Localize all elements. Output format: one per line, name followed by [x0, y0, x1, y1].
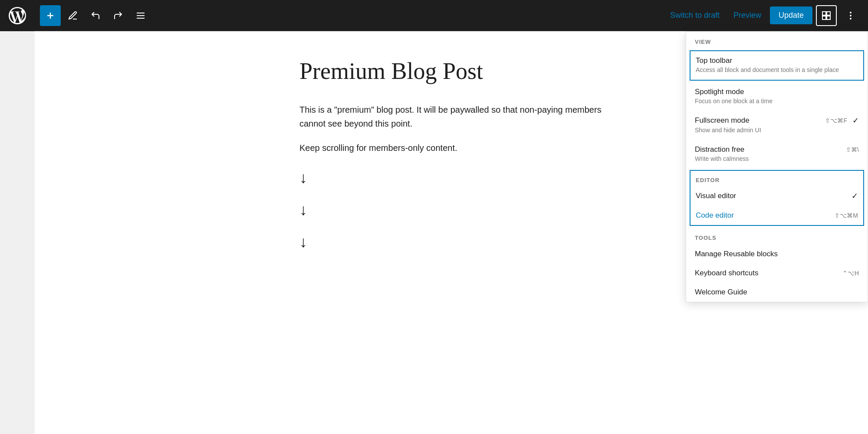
editor-section-label: EDITOR — [690, 171, 863, 186]
svg-rect-8 — [822, 16, 826, 20]
tools-section-label: TOOLS — [686, 228, 868, 245]
svg-rect-9 — [827, 16, 830, 20]
switch-to-draft-button[interactable]: Switch to draft — [665, 7, 725, 23]
body-paragraph-2[interactable]: Keep scrolling for members-only content. — [299, 141, 603, 155]
top-toolbar-desc: Access all block and document tools in a… — [696, 66, 858, 75]
svg-point-12 — [850, 18, 852, 20]
keyboard-shortcuts-title: Keyboard shortcuts ⌃⌥H — [695, 269, 859, 277]
redo-button[interactable] — [108, 5, 128, 26]
top-toolbar: Switch to draft Preview Update — [0, 0, 868, 31]
toolbar-left-actions — [35, 5, 658, 26]
wp-logo — [0, 0, 35, 31]
svg-point-11 — [850, 15, 852, 16]
svg-rect-6 — [822, 12, 826, 15]
manage-reusable-blocks-title: Manage Reusable blocks — [695, 250, 859, 258]
top-toolbar-title: Top toolbar — [696, 56, 858, 65]
more-options-button[interactable] — [840, 5, 861, 26]
fullscreen-title: Fullscreen mode ⇧⌥⌘F ✓ — [695, 116, 859, 125]
code-editor-option[interactable]: Code editor ⇧⌥⌘M — [690, 206, 863, 225]
spotlight-title: Spotlight mode — [695, 88, 859, 96]
distraction-free-option[interactable]: Distraction free ⇧⌘\ Write with calmness — [686, 140, 868, 169]
post-title[interactable]: Premium Blog Post — [299, 57, 603, 85]
arrow-down-2: ↓ — [299, 201, 603, 219]
spotlight-mode-option[interactable]: Spotlight mode Focus on one block at a t… — [686, 82, 868, 111]
view-section-label: VIEW — [686, 32, 868, 49]
update-button[interactable]: Update — [770, 7, 812, 24]
preview-button[interactable]: Preview — [728, 7, 766, 23]
distraction-desc: Write with calmness — [695, 155, 859, 163]
toolbar-right-actions: Switch to draft Preview Update — [658, 5, 868, 26]
welcome-guide-title: Welcome Guide — [695, 288, 859, 297]
svg-point-10 — [850, 12, 852, 13]
options-dropdown-panel: VIEW Top toolbar Access all block and do… — [686, 31, 868, 302]
visual-editor-option[interactable]: Visual editor ✓ — [690, 186, 863, 206]
fullscreen-mode-option[interactable]: Fullscreen mode ⇧⌥⌘F ✓ Show and hide adm… — [686, 111, 868, 140]
arrow-down-3: ↓ — [299, 233, 603, 251]
code-editor-title: Code editor ⇧⌥⌘M — [696, 211, 858, 220]
svg-rect-7 — [827, 12, 830, 15]
post-body: This is a "premium" blog post. It will b… — [299, 103, 603, 155]
undo-button[interactable] — [85, 5, 106, 26]
editor-area: Premium Blog Post This is a "premium" bl… — [282, 31, 621, 291]
editor-section: EDITOR Visual editor ✓ Code editor ⇧⌥⌘M — [690, 170, 864, 226]
visual-editor-title: Visual editor ✓ — [696, 191, 858, 201]
tools-button[interactable] — [62, 5, 83, 26]
arrow-down-1: ↓ — [299, 169, 603, 187]
top-toolbar-option[interactable]: Top toolbar Access all block and documen… — [690, 50, 864, 81]
fullscreen-shortcut-check: ⇧⌥⌘F ✓ — [822, 116, 859, 125]
welcome-guide-option[interactable]: Welcome Guide — [686, 283, 868, 302]
distraction-title: Distraction free ⇧⌘\ — [695, 145, 859, 154]
manage-reusable-blocks-option[interactable]: Manage Reusable blocks — [686, 245, 868, 264]
list-view-button[interactable] — [130, 5, 151, 26]
fullscreen-desc: Show and hide admin UI — [695, 126, 859, 135]
settings-button[interactable] — [816, 5, 837, 26]
keyboard-shortcuts-option[interactable]: Keyboard shortcuts ⌃⌥H — [686, 264, 868, 283]
spotlight-desc: Focus on one block at a time — [695, 97, 859, 106]
body-paragraph-1[interactable]: This is a "premium" blog post. It will b… — [299, 103, 603, 131]
add-block-button[interactable] — [40, 5, 61, 26]
